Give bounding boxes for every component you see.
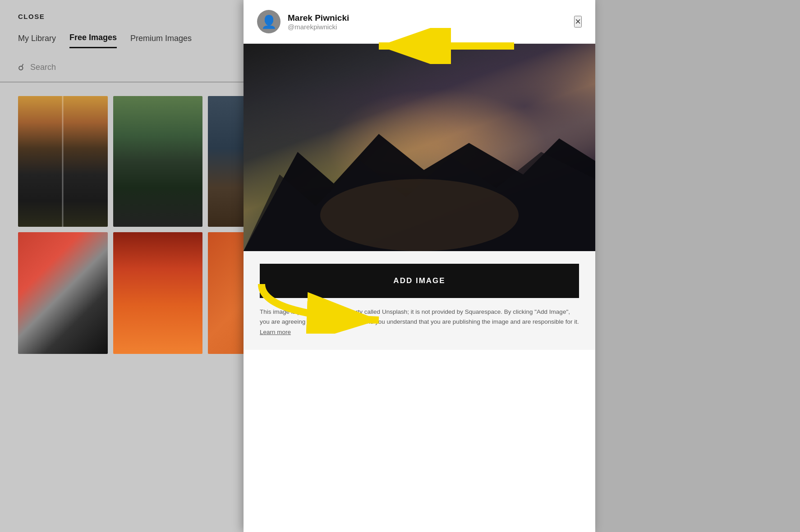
user-info-container: Marek Piwnicki @marekpiwnicki: [257, 10, 349, 33]
add-image-button[interactable]: ADD IMAGE: [260, 264, 579, 298]
close-button[interactable]: CLOSE: [0, 0, 63, 33]
mountain-illustration: [244, 116, 595, 251]
user-handle: @marekpiwnicki: [288, 23, 349, 31]
learn-more-link[interactable]: Learn more: [260, 329, 291, 335]
tab-premium-images[interactable]: Premium Images: [130, 34, 192, 48]
modal-header: Marek Piwnicki @marekpiwnicki ×: [244, 0, 595, 44]
disclaimer-text: This image is provided by a third party …: [260, 307, 579, 337]
image-detail-modal: Marek Piwnicki @marekpiwnicki × ADD IMAG…: [244, 0, 595, 532]
avatar: [257, 10, 280, 33]
user-details: Marek Piwnicki @marekpiwnicki: [288, 13, 349, 31]
list-item[interactable]: [18, 232, 108, 354]
tab-my-library[interactable]: My Library: [18, 34, 56, 48]
svg-point-4: [320, 179, 519, 251]
list-item[interactable]: [18, 96, 108, 227]
list-item[interactable]: [113, 232, 203, 354]
tab-free-images[interactable]: Free Images: [69, 33, 117, 48]
preview-image: [244, 44, 595, 251]
close-modal-button[interactable]: ×: [574, 16, 582, 28]
user-name: Marek Piwnicki: [288, 13, 349, 23]
modal-footer: ADD IMAGE This image is provided by a th…: [244, 251, 595, 350]
search-icon: ☌: [18, 62, 24, 73]
list-item[interactable]: [113, 96, 203, 227]
unsplash-terms-link[interactable]: Unsplash's Terms: [314, 318, 362, 325]
